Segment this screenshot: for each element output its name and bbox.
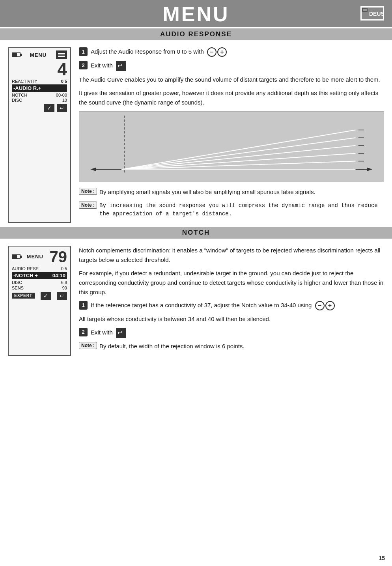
back-arrow-icon: ↵ [60, 105, 64, 111]
audio-desc-2: It gives the sensation of greater power,… [79, 88, 384, 107]
checkmark-btn-2[interactable]: ✓ [41, 292, 51, 300]
plus-button[interactable]: + [217, 47, 227, 57]
back-button-inline[interactable]: ↵ [116, 61, 126, 71]
minus-button[interactable]: − [207, 47, 217, 57]
deus-logo: DEUS [360, 6, 384, 21]
step-1-badge: 1 [79, 47, 88, 56]
notch-plus-button[interactable]: + [325, 301, 335, 310]
step-2-text: Exit with ↵ [91, 61, 384, 71]
note-2-badge: Note : [79, 202, 97, 209]
notch-back-button-inline[interactable]: ↵ [116, 328, 126, 338]
panel2-notch-row: -NOTCH + 04:10 [12, 272, 67, 279]
notch-step-1-row: 1 If the reference target has a conducti… [79, 301, 384, 310]
notch-step-1-text: If the reference target has a conductivi… [91, 301, 384, 310]
panel2-disc-val: 6 8 [61, 280, 67, 285]
audio-response-header: AUDIO RESPONSE [0, 28, 392, 40]
note-2-text: By increasing the sound response you wil… [99, 202, 384, 218]
page-number: 15 [379, 555, 385, 561]
note-2-box: Note : By increasing the sound response … [79, 202, 384, 218]
note-1-text: By amplifying small signals you will als… [99, 188, 315, 197]
page-title: MENU [162, 3, 229, 26]
step-2-row: 2 Exit with ↵ [79, 61, 384, 71]
panel1-menu-label: MENU [30, 52, 47, 58]
notch-note-badge: Note : [79, 342, 97, 349]
adjust-buttons: − + [207, 47, 227, 57]
panel2-disc-label: DISC [12, 280, 22, 285]
panel2-sens-val: 90 [62, 286, 67, 290]
notch-note-box: Note : By default, the width of the reje… [79, 342, 384, 351]
device-panel-1: MENU 4 REACTIVITY 0 5 -AUDIO R.+ NOTCH 0… [8, 47, 71, 223]
step-1-row: 1 Adjust the Audio Response from 0 to 5 … [79, 47, 384, 57]
notch-content: MENU 79 AUDIO RESP. 0 5 -NOTCH + 04:10 D… [0, 239, 392, 360]
back-btn[interactable]: ↵ [57, 104, 67, 112]
battery-indicator [12, 52, 21, 57]
checkmark-icon-2: ✓ [43, 293, 48, 299]
notch-step-1-badge: 1 [79, 301, 88, 310]
notch-desc-1: Notch complements discrimination: it ena… [79, 246, 384, 265]
disc-label: DISC [12, 98, 22, 103]
panel2-sens-row: SENS 90 [12, 286, 67, 290]
svg-text:DEUS: DEUS [369, 11, 383, 17]
back-arrow-icon-2: ↵ [60, 293, 64, 299]
panel1-audio-row: -AUDIO R.+ [12, 84, 67, 92]
step-1-text: Adjust the Audio Response from 0 to 5 wi… [91, 47, 384, 57]
panel1-reactivity: REACTIVITY 0 5 [12, 79, 67, 84]
back-btn-2[interactable]: ↵ [57, 292, 67, 300]
audio-label: -AUDIO R.+ [13, 85, 41, 91]
reactivity-val: 0 5 [61, 79, 67, 84]
panel2-audio-resp: AUDIO RESP. 0 5 [12, 266, 67, 271]
panel1-icon [56, 50, 67, 59]
chart-svg [79, 112, 384, 182]
panel1-notch: NOTCH 00-00 [12, 93, 67, 97]
all-targets-text: All targets whose conductivity is betwee… [79, 314, 384, 324]
panel2-menu-label: MENU [27, 254, 43, 260]
notch-minus-button[interactable]: − [315, 301, 325, 310]
disc-val: 10 [62, 98, 67, 103]
notch-desc-2: For example, if you detect a redundant, … [79, 269, 384, 297]
battery-indicator-2 [12, 254, 21, 259]
panel2-notch-right: 04:10 [52, 273, 65, 278]
device-panel-2: MENU 79 AUDIO RESP. 0 5 -NOTCH + 04:10 D… [8, 246, 71, 356]
note-1-box: Note : By amplifying small signals you w… [79, 188, 384, 197]
expert-button[interactable]: EXPERT [12, 293, 35, 299]
notch-back-icon: ↵ [118, 329, 123, 337]
panel2-disc-row: DISC 6 8 [12, 280, 67, 285]
notch-step-2-row: 2 Exit with ↵ [79, 328, 384, 338]
notch-header: NOTCH [0, 227, 392, 239]
audio-desc-1: The Audio Curve enables you to amplify t… [79, 75, 384, 84]
audio-response-instructions: 1 Adjust the Audio Response from 0 to 5 … [79, 47, 384, 223]
checkmark-icon: ✓ [47, 105, 52, 111]
panel2-sens-label: SENS [12, 286, 24, 290]
checkmark-btn[interactable]: ✓ [44, 104, 54, 112]
panel2-notch-label: -NOTCH + [13, 273, 38, 278]
panel1-big-number: 4 [12, 61, 67, 78]
notch-step-2-badge: 2 [79, 328, 88, 336]
note-1-badge: Note : [79, 188, 97, 195]
notch-step-2-text: Exit with ↵ [91, 328, 384, 338]
audio-resp-label: AUDIO RESP. [12, 266, 39, 271]
svg-rect-2 [363, 9, 367, 11]
notch-instructions: Notch complements discrimination: it ena… [79, 246, 384, 356]
panel1-bottom-btns: ✓ ↵ [12, 104, 67, 112]
panel2-bottom: EXPERT ✓ ↵ [12, 292, 67, 300]
audio-resp-val: 0 5 [61, 266, 67, 271]
page-header: MENU DEUS [0, 0, 392, 27]
panel1-disc: DISC 10 [12, 98, 67, 103]
notch-val: 00-00 [56, 93, 67, 97]
audio-response-content: MENU 4 REACTIVITY 0 5 -AUDIO R.+ NOTCH 0… [0, 40, 392, 227]
notch-adjust-buttons: − + [315, 301, 335, 310]
back-icon: ↵ [118, 62, 123, 70]
reactivity-label: REACTIVITY [12, 79, 37, 84]
notch-note-text: By default, the width of the rejection w… [99, 342, 245, 351]
notch-label: NOTCH [12, 93, 27, 97]
audio-chart: Audio Level Distance to target 5 4 3 2 1… [79, 111, 384, 182]
svg-rect-4 [79, 112, 384, 182]
step-2-badge: 2 [79, 61, 88, 69]
panel2-big-number: 79 [50, 249, 67, 265]
